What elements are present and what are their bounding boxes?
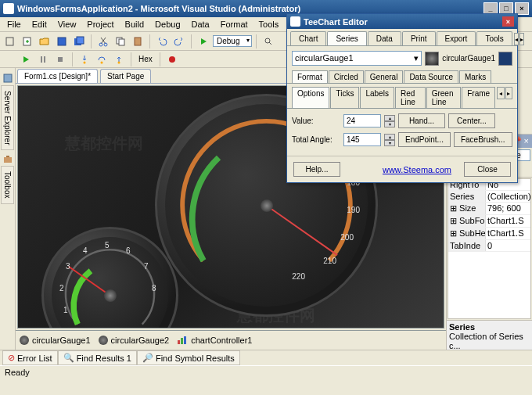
endpoint-button[interactable]: EndPoint... (398, 132, 451, 147)
paste-icon[interactable] (130, 34, 146, 49)
open-icon[interactable] (37, 34, 52, 49)
value-input[interactable] (343, 114, 381, 127)
series-select-combo[interactable]: circularGauge1▾ (292, 51, 422, 66)
tab-labels[interactable]: Labels (360, 87, 394, 108)
step-over-icon[interactable] (94, 52, 110, 67)
status-text: Ready (5, 368, 30, 377)
new-project-icon[interactable] (2, 34, 18, 49)
svg-rect-12 (44, 56, 45, 63)
hand-button[interactable]: Hand... (398, 113, 445, 128)
tab-ticks[interactable]: Ticks (330, 87, 359, 108)
svg-rect-0 (6, 38, 13, 45)
save-all-icon[interactable] (71, 34, 87, 49)
angle-label: Total Angle: (292, 135, 340, 144)
tab-find-results-1[interactable]: 🔍Find Results 1 (58, 350, 137, 365)
tab-redline[interactable]: Red Line (395, 87, 426, 108)
svg-rect-13 (58, 57, 63, 62)
menu-format[interactable]: Format (215, 18, 253, 31)
menu-build[interactable]: Build (120, 18, 149, 31)
angle-input[interactable] (343, 133, 381, 146)
tab-series[interactable]: Series (327, 31, 366, 45)
tray-circulargauge2[interactable]: circularGauge2 (99, 336, 170, 345)
tab-options[interactable]: Options (292, 87, 329, 108)
redo-icon[interactable] (171, 34, 187, 49)
toolbox-icon[interactable] (2, 153, 13, 164)
svg-point-16 (118, 61, 120, 63)
close-button[interactable]: Close (464, 162, 511, 177)
tab-chart[interactable]: Chart (290, 31, 326, 45)
tab-print[interactable]: Print (402, 31, 436, 45)
tab-datasource[interactable]: Data Source (404, 70, 458, 83)
teechart-icon (290, 16, 300, 27)
tab-form1-design[interactable]: Form1.cs [Design]* (17, 69, 98, 83)
tab-tools[interactable]: Tools (476, 31, 512, 45)
bottom-tool-tabs: ⊘Error List 🔍Find Results 1 🔎Find Symbol… (0, 350, 532, 365)
server-explorer-tab[interactable]: Server Explorer (1, 85, 14, 150)
properties-description: Series Collection of Series c... (447, 320, 532, 350)
svg-point-15 (101, 61, 103, 63)
svg-rect-4 (77, 37, 84, 44)
properties-grid[interactable]: RightToNo Series(Collection) ⊞ Size796; … (448, 178, 531, 319)
save-icon[interactable] (54, 34, 70, 49)
steema-link[interactable]: www.Steema.com (383, 165, 451, 174)
copy-icon[interactable] (113, 34, 128, 49)
menu-view[interactable]: View (52, 18, 82, 31)
teechart-titlebar[interactable]: TeeChart Editor × (287, 14, 517, 29)
menu-project[interactable]: Project (81, 18, 119, 31)
toolbox-tab[interactable]: Toolbox (1, 166, 14, 203)
component-tray: circularGauge1 circularGauge2 chartContr… (16, 330, 446, 350)
center-button[interactable]: Center... (448, 113, 495, 128)
circular-gauge-1[interactable]: 1 2 3 4 5 6 7 8 (41, 227, 178, 329)
opt-scroll-left-icon[interactable]: ◂ (497, 87, 504, 99)
series-preview-icon[interactable] (425, 52, 439, 66)
tab-frame[interactable]: Frame (462, 87, 495, 108)
find-icon[interactable] (261, 34, 276, 49)
menu-file[interactable]: File (2, 18, 27, 31)
svg-rect-9 (135, 38, 141, 45)
svg-rect-8 (119, 39, 124, 45)
pause-icon[interactable] (35, 52, 51, 67)
tray-chartcontroller1[interactable]: chartController1 (177, 336, 252, 345)
tab-greenline[interactable]: Green Line (426, 87, 462, 108)
undo-icon[interactable] (154, 34, 170, 49)
menu-debug[interactable]: Debug (149, 18, 185, 31)
cut-icon[interactable] (95, 34, 111, 49)
tabs-scroll-left-icon[interactable]: ◂ (514, 33, 519, 45)
config-combo[interactable]: Debug (213, 35, 252, 47)
stop-icon[interactable] (52, 52, 68, 67)
tab-find-symbol[interactable]: 🔎Find Symbol Results (137, 350, 240, 365)
tab-export[interactable]: Export (437, 31, 476, 45)
add-item-icon[interactable] (20, 34, 35, 49)
opt-scroll-right-icon[interactable]: ▸ (505, 87, 512, 99)
step-into-icon[interactable] (77, 52, 92, 67)
start-icon[interactable] (196, 34, 211, 49)
menu-edit[interactable]: Edit (27, 18, 52, 31)
value-label: Value: (292, 117, 340, 125)
value-spinner[interactable]: ▴▾ (384, 115, 395, 127)
tab-circled[interactable]: Circled (329, 70, 364, 83)
tab-format[interactable]: Format (292, 70, 328, 83)
server-explorer-icon[interactable] (2, 73, 13, 84)
breakpoint-icon[interactable] (164, 52, 180, 67)
step-out-icon[interactable] (111, 52, 127, 67)
tab-start-page[interactable]: Start Page (100, 69, 151, 83)
hex-label[interactable]: Hex (135, 55, 156, 63)
tab-general[interactable]: General (365, 70, 404, 83)
series-color-swatch[interactable] (498, 52, 512, 66)
angle-spinner[interactable]: ▴▾ (384, 134, 395, 146)
facebrush-button[interactable]: FaceBrush... (454, 132, 512, 147)
menu-tools[interactable]: Tools (253, 18, 285, 31)
svg-rect-20 (181, 338, 183, 344)
tab-marks[interactable]: Marks (459, 70, 491, 83)
menu-data[interactable]: Data (186, 18, 215, 31)
help-button[interactable]: Help... (293, 162, 340, 177)
teechart-close-icon[interactable]: × (502, 16, 514, 27)
tray-circulargauge1[interactable]: circularGauge1 (20, 336, 91, 345)
tabs-scroll-right-icon[interactable]: ▸ (519, 33, 524, 45)
teechart-editor-window: TeeChart Editor × Chart Series Data Prin… (286, 13, 518, 183)
tab-error-list[interactable]: ⊘Error List (2, 350, 58, 365)
app-icon (3, 3, 14, 14)
svg-rect-18 (4, 74, 12, 82)
play-icon[interactable] (18, 52, 34, 67)
tab-data[interactable]: Data (368, 31, 401, 45)
